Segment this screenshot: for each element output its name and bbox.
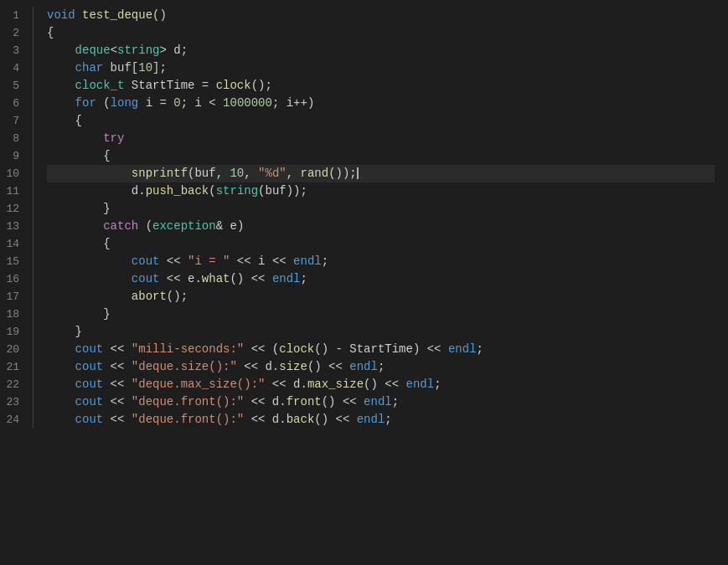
token-kw: char (75, 61, 104, 74)
line-number: 13 (0, 218, 19, 235)
token-plain (47, 395, 75, 408)
code-line: cout << "deque.size():" << d.size() << e… (47, 358, 715, 376)
token-cout-kw: cout (75, 342, 104, 356)
line-number: 3 (0, 42, 19, 59)
token-num: 10 (138, 61, 152, 74)
line-number: 16 (0, 270, 19, 288)
token-plain (47, 378, 75, 391)
token-fn: snprintf (132, 167, 188, 180)
code-line: d.push_back(string(buf)); (47, 182, 715, 200)
line-number: 20 (0, 341, 19, 358)
line-number: 17 (0, 288, 19, 306)
token-plain: StartTime = (124, 79, 215, 92)
token-plain: , (244, 167, 258, 180)
token-plain: () << (314, 413, 356, 426)
text-cursor (357, 167, 359, 179)
token-num: 0 (173, 96, 180, 110)
token-plain: ; (322, 254, 328, 268)
token-fn: front (287, 395, 322, 408)
line-number: 7 (0, 112, 19, 130)
code-line: deque<string> d; (47, 42, 715, 59)
token-kw-ctrl: catch (103, 219, 138, 233)
token-plain: ; (392, 395, 399, 408)
line-number: 1 (0, 7, 19, 24)
token-fn: what (202, 272, 230, 285)
token-plain (47, 342, 75, 356)
token-plain: << e. (159, 272, 201, 285)
token-plain: ; (434, 378, 441, 391)
line-number: 24 (0, 411, 19, 429)
token-plain: << d. (237, 360, 279, 373)
token-plain: () << (364, 378, 405, 391)
token-cout-kw: endl (293, 254, 322, 268)
token-plain: > d; (159, 44, 188, 57)
line-number: 18 (0, 306, 19, 323)
token-kw: long (111, 96, 139, 110)
token-plain: << (103, 395, 132, 408)
token-str: "i = " (188, 254, 230, 268)
token-plain: << (103, 378, 132, 391)
line-number: 5 (0, 77, 19, 95)
token-plain: { (47, 114, 82, 127)
code-line: cout << "milli-seconds:" << (clock() - S… (47, 341, 715, 358)
token-str: "deque.max_size():" (132, 378, 266, 391)
token-plain: ]; (152, 61, 167, 74)
line-number: 11 (0, 182, 19, 200)
token-plain: ; i < (181, 96, 223, 110)
token-plain: ; (301, 272, 307, 285)
code-line: cout << "deque.max_size():" << d.max_siz… (47, 376, 715, 393)
token-plain: << ( (244, 342, 279, 356)
token-plain: i = (138, 96, 173, 110)
token-type: exception (152, 219, 216, 233)
token-plain (47, 413, 75, 426)
code-content[interactable]: void test_deque(){ deque<string> d; char… (34, 7, 728, 429)
token-plain (47, 61, 75, 74)
token-plain: d. (132, 184, 146, 198)
token-num: 10 (230, 167, 244, 180)
token-str: "deque.front():" (132, 413, 244, 426)
token-plain (47, 272, 132, 285)
token-plain: ( (138, 219, 152, 233)
token-cout-kw: cout (75, 413, 104, 426)
code-line: cout << "deque.front():" << d.front() <<… (47, 393, 715, 411)
token-plain: (buf, (188, 167, 230, 180)
token-plain: << d. (244, 395, 286, 408)
token-kw: for (75, 96, 96, 110)
token-cout-kw: endl (357, 413, 385, 426)
token-plain (47, 360, 75, 373)
token-plain: & e) (216, 219, 245, 233)
token-fn: push_back (146, 184, 209, 198)
token-plain: { (47, 26, 54, 39)
token-plain (47, 44, 75, 57)
token-plain: (buf)); (258, 184, 307, 198)
token-plain: << d. (244, 413, 286, 426)
code-line: { (47, 112, 715, 130)
code-line: for (long i = 0; i < 1000000; i++) (47, 95, 715, 112)
token-plain: () (152, 8, 167, 22)
line-number: 10 (0, 165, 19, 182)
token-type: string (117, 44, 159, 57)
code-line: cout << e.what() << endl; (47, 270, 715, 288)
line-number: 6 (0, 95, 19, 112)
code-line: } (47, 306, 715, 323)
line-number: 14 (0, 235, 19, 253)
token-plain: { (47, 237, 111, 250)
token-plain: << (103, 413, 132, 426)
token-fn: size (279, 360, 307, 373)
code-line: { (47, 235, 715, 253)
line-numbers: 123456789101112131415161718192021222324 (0, 7, 34, 429)
token-plain: , (287, 167, 301, 180)
token-kw: void (47, 8, 82, 22)
code-line: } (47, 323, 715, 341)
token-fn: max_size (307, 378, 364, 391)
token-str: "deque.front():" (132, 395, 244, 408)
token-cout-kw: endl (364, 395, 392, 408)
code-line: char buf[10]; (47, 59, 715, 77)
token-fn: clock (216, 79, 251, 92)
code-line: cout << "deque.front():" << d.back() << … (47, 411, 715, 429)
token-type: string (216, 184, 258, 198)
line-number: 21 (0, 358, 19, 376)
token-str: "%d" (258, 167, 287, 180)
code-line: { (47, 147, 715, 165)
token-cout-kw: cout (132, 254, 160, 268)
